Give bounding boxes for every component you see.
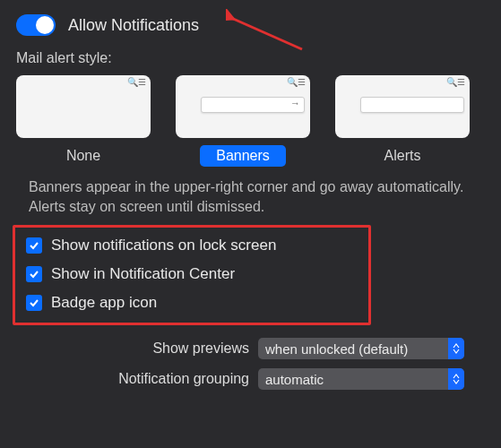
checkbox-lock-screen[interactable]: Show notifications on lock screen xyxy=(26,237,358,254)
thumb-none: 🔍☰ xyxy=(16,75,151,138)
grouping-label: Notification grouping xyxy=(16,371,249,387)
checkbox-notification-center[interactable]: Show in Notification Center xyxy=(26,265,358,283)
alert-style-description: Banners appear in the upper-right corner… xyxy=(29,177,479,216)
menu-icon: ☰ xyxy=(298,79,305,86)
thumb-alerts: 🔍☰ xyxy=(335,75,470,138)
show-previews-label: Show previews xyxy=(16,340,249,357)
checkbox-badge-icon-label: Badge app icon xyxy=(51,294,157,312)
checkbox-notification-center-label: Show in Notification Center xyxy=(51,265,235,283)
grouping-select[interactable]: automatic xyxy=(258,368,464,390)
checkmark-icon xyxy=(26,237,42,254)
search-icon: 🔍 xyxy=(446,79,453,86)
menu-icon: ☰ xyxy=(138,79,145,86)
alert-style-alerts[interactable]: 🔍☰ Alerts xyxy=(335,75,470,167)
allow-notifications-label: Allow Notifications xyxy=(68,16,199,35)
alert-style-banners[interactable]: 🔍☰ Banners xyxy=(176,75,310,167)
updown-icon xyxy=(448,368,464,390)
thumb-banners: 🔍☰ xyxy=(176,75,310,138)
checkbox-lock-screen-label: Show notifications on lock screen xyxy=(51,237,276,254)
updown-icon xyxy=(448,338,464,359)
alert-style-heading: Mail alert style: xyxy=(16,50,485,66)
checkmark-icon xyxy=(26,295,42,311)
alert-style-none[interactable]: 🔍☰ None xyxy=(16,75,151,167)
alert-style-group: 🔍☰ None 🔍☰ Banners 🔍☰ Alerts xyxy=(16,75,485,167)
search-icon: 🔍 xyxy=(127,79,134,86)
menu-icon: ☰ xyxy=(457,79,464,86)
alert-style-none-label: None xyxy=(50,145,117,167)
checkbox-highlight-box: Show notifications on lock screen Show i… xyxy=(13,225,371,325)
show-previews-value: when unlocked (default) xyxy=(258,341,448,357)
show-previews-select[interactable]: when unlocked (default) xyxy=(258,338,464,359)
checkmark-icon xyxy=(26,266,42,282)
alert-style-banners-label: Banners xyxy=(200,145,286,167)
allow-notifications-toggle[interactable] xyxy=(16,14,56,36)
checkbox-badge-icon[interactable]: Badge app icon xyxy=(26,294,358,312)
alert-style-alerts-label: Alerts xyxy=(368,145,437,167)
grouping-value: automatic xyxy=(258,372,448,387)
search-icon: 🔍 xyxy=(287,79,294,86)
